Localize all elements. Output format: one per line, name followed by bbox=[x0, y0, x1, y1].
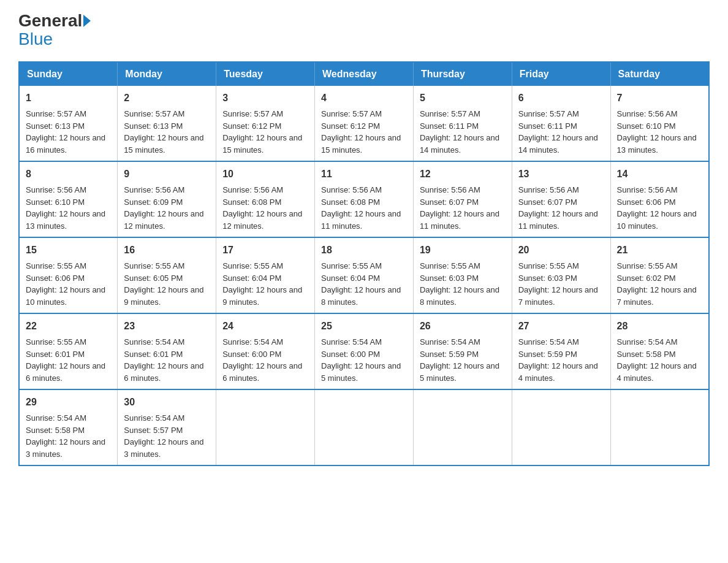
day-number: 13 bbox=[518, 167, 604, 182]
calendar-week-row: 22 Sunrise: 5:55 AM Sunset: 6:01 PM Dayl… bbox=[19, 313, 709, 389]
calendar-cell: 2 Sunrise: 5:57 AM Sunset: 6:13 PM Dayli… bbox=[118, 86, 216, 161]
sunrise-info: Sunrise: 5:57 AM bbox=[26, 109, 86, 118]
daylight-info: Daylight: 12 hours and 16 minutes. bbox=[26, 133, 105, 155]
logo-general-text: General bbox=[18, 12, 82, 29]
calendar-cell bbox=[315, 389, 414, 465]
daylight-info: Daylight: 12 hours and 4 minutes. bbox=[518, 361, 598, 383]
calendar-cell bbox=[610, 389, 709, 465]
day-number: 7 bbox=[617, 91, 702, 105]
calendar-week-row: 29 Sunrise: 5:54 AM Sunset: 5:58 PM Dayl… bbox=[19, 389, 709, 465]
calendar-cell: 18 Sunrise: 5:55 AM Sunset: 6:04 PM Dayl… bbox=[315, 237, 414, 313]
sunrise-info: Sunrise: 5:56 AM bbox=[518, 185, 579, 194]
calendar-cell: 25 Sunrise: 5:54 AM Sunset: 6:00 PM Dayl… bbox=[315, 313, 414, 389]
daylight-info: Daylight: 12 hours and 6 minutes. bbox=[124, 361, 203, 383]
day-number: 26 bbox=[420, 319, 506, 334]
day-number: 21 bbox=[617, 243, 702, 258]
day-number: 6 bbox=[518, 91, 604, 105]
calendar-cell: 11 Sunrise: 5:56 AM Sunset: 6:08 PM Dayl… bbox=[315, 161, 414, 237]
sunset-info: Sunset: 6:02 PM bbox=[617, 274, 676, 283]
sunrise-info: Sunrise: 5:57 AM bbox=[124, 109, 184, 118]
daylight-info: Daylight: 12 hours and 5 minutes. bbox=[321, 361, 401, 383]
calendar-cell: 1 Sunrise: 5:57 AM Sunset: 6:13 PM Dayli… bbox=[19, 86, 118, 161]
day-number: 17 bbox=[222, 243, 308, 258]
calendar-cell: 10 Sunrise: 5:56 AM Sunset: 6:08 PM Dayl… bbox=[216, 161, 315, 237]
daylight-info: Daylight: 12 hours and 4 minutes. bbox=[617, 361, 697, 383]
calendar-cell: 7 Sunrise: 5:56 AM Sunset: 6:10 PM Dayli… bbox=[610, 86, 709, 161]
sunset-info: Sunset: 6:10 PM bbox=[26, 197, 85, 207]
calendar-cell: 17 Sunrise: 5:55 AM Sunset: 6:04 PM Dayl… bbox=[216, 237, 315, 313]
calendar-cell: 19 Sunrise: 5:55 AM Sunset: 6:03 PM Dayl… bbox=[413, 237, 512, 313]
daylight-info: Daylight: 12 hours and 14 minutes. bbox=[518, 133, 598, 155]
sunrise-info: Sunrise: 5:54 AM bbox=[321, 337, 382, 347]
sunrise-info: Sunrise: 5:57 AM bbox=[321, 109, 382, 118]
day-number: 19 bbox=[420, 243, 506, 258]
weekday-header-tuesday: Tuesday bbox=[216, 62, 315, 86]
sunrise-info: Sunrise: 5:57 AM bbox=[518, 109, 579, 118]
sunrise-info: Sunrise: 5:55 AM bbox=[321, 261, 382, 270]
sunrise-info: Sunrise: 5:54 AM bbox=[617, 337, 678, 347]
calendar-cell: 30 Sunrise: 5:54 AM Sunset: 5:57 PM Dayl… bbox=[118, 389, 216, 465]
sunset-info: Sunset: 6:00 PM bbox=[321, 350, 380, 359]
calendar-cell bbox=[216, 389, 315, 465]
weekday-header-friday: Friday bbox=[512, 62, 610, 86]
day-number: 18 bbox=[321, 243, 407, 258]
day-number: 25 bbox=[321, 319, 407, 334]
day-number: 16 bbox=[124, 243, 210, 258]
sunrise-info: Sunrise: 5:54 AM bbox=[222, 337, 283, 347]
day-number: 5 bbox=[420, 91, 506, 105]
calendar-cell: 26 Sunrise: 5:54 AM Sunset: 5:59 PM Dayl… bbox=[413, 313, 512, 389]
calendar-cell: 21 Sunrise: 5:55 AM Sunset: 6:02 PM Dayl… bbox=[610, 237, 709, 313]
day-number: 9 bbox=[124, 167, 210, 182]
sunrise-info: Sunrise: 5:56 AM bbox=[617, 185, 678, 194]
sunrise-info: Sunrise: 5:55 AM bbox=[518, 261, 579, 270]
daylight-info: Daylight: 12 hours and 15 minutes. bbox=[124, 133, 203, 155]
daylight-info: Daylight: 12 hours and 13 minutes. bbox=[617, 133, 697, 155]
sunset-info: Sunset: 6:07 PM bbox=[420, 197, 479, 207]
weekday-header-row: SundayMondayTuesdayWednesdayThursdayFrid… bbox=[19, 62, 709, 86]
day-number: 23 bbox=[124, 319, 210, 334]
calendar-cell: 15 Sunrise: 5:55 AM Sunset: 6:06 PM Dayl… bbox=[19, 237, 118, 313]
sunrise-info: Sunrise: 5:54 AM bbox=[26, 413, 86, 423]
logo-blue-text: Blue bbox=[18, 29, 53, 49]
day-number: 12 bbox=[420, 167, 506, 182]
daylight-info: Daylight: 12 hours and 14 minutes. bbox=[420, 133, 499, 155]
sunrise-info: Sunrise: 5:55 AM bbox=[222, 261, 283, 270]
day-number: 2 bbox=[124, 91, 210, 105]
day-number: 4 bbox=[321, 91, 407, 105]
sunset-info: Sunset: 6:10 PM bbox=[617, 121, 676, 131]
sunset-info: Sunset: 5:58 PM bbox=[617, 350, 676, 359]
daylight-info: Daylight: 12 hours and 11 minutes. bbox=[518, 209, 598, 231]
daylight-info: Daylight: 12 hours and 5 minutes. bbox=[420, 361, 499, 383]
day-number: 8 bbox=[26, 167, 111, 182]
sunrise-info: Sunrise: 5:55 AM bbox=[124, 261, 184, 270]
sunrise-info: Sunrise: 5:54 AM bbox=[420, 337, 480, 347]
sunset-info: Sunset: 6:13 PM bbox=[26, 121, 85, 131]
day-number: 15 bbox=[26, 243, 111, 258]
sunset-info: Sunset: 6:03 PM bbox=[420, 274, 479, 283]
calendar-cell: 23 Sunrise: 5:54 AM Sunset: 6:01 PM Dayl… bbox=[118, 313, 216, 389]
sunset-info: Sunset: 6:12 PM bbox=[321, 121, 380, 131]
daylight-info: Daylight: 12 hours and 10 minutes. bbox=[617, 209, 697, 231]
weekday-header-wednesday: Wednesday bbox=[315, 62, 414, 86]
daylight-info: Daylight: 12 hours and 15 minutes. bbox=[321, 133, 401, 155]
calendar-cell: 12 Sunrise: 5:56 AM Sunset: 6:07 PM Dayl… bbox=[413, 161, 512, 237]
calendar-cell bbox=[413, 389, 512, 465]
sunset-info: Sunset: 6:08 PM bbox=[222, 197, 281, 207]
sunset-info: Sunset: 6:09 PM bbox=[124, 197, 183, 207]
sunset-info: Sunset: 6:05 PM bbox=[124, 274, 183, 283]
logo: General Blue bbox=[18, 12, 92, 49]
calendar-week-row: 15 Sunrise: 5:55 AM Sunset: 6:06 PM Dayl… bbox=[19, 237, 709, 313]
sunset-info: Sunset: 6:13 PM bbox=[124, 121, 183, 131]
calendar-cell: 24 Sunrise: 5:54 AM Sunset: 6:00 PM Dayl… bbox=[216, 313, 315, 389]
daylight-info: Daylight: 12 hours and 6 minutes. bbox=[26, 361, 105, 383]
weekday-header-thursday: Thursday bbox=[413, 62, 512, 86]
sunset-info: Sunset: 6:00 PM bbox=[222, 350, 281, 359]
daylight-info: Daylight: 12 hours and 7 minutes. bbox=[617, 285, 697, 307]
weekday-header-monday: Monday bbox=[118, 62, 216, 86]
calendar-cell: 5 Sunrise: 5:57 AM Sunset: 6:11 PM Dayli… bbox=[413, 86, 512, 161]
sunset-info: Sunset: 5:59 PM bbox=[420, 350, 479, 359]
sunset-info: Sunset: 6:06 PM bbox=[26, 274, 85, 283]
daylight-info: Daylight: 12 hours and 3 minutes. bbox=[124, 437, 203, 459]
sunrise-info: Sunrise: 5:54 AM bbox=[518, 337, 579, 347]
sunset-info: Sunset: 6:08 PM bbox=[321, 197, 380, 207]
